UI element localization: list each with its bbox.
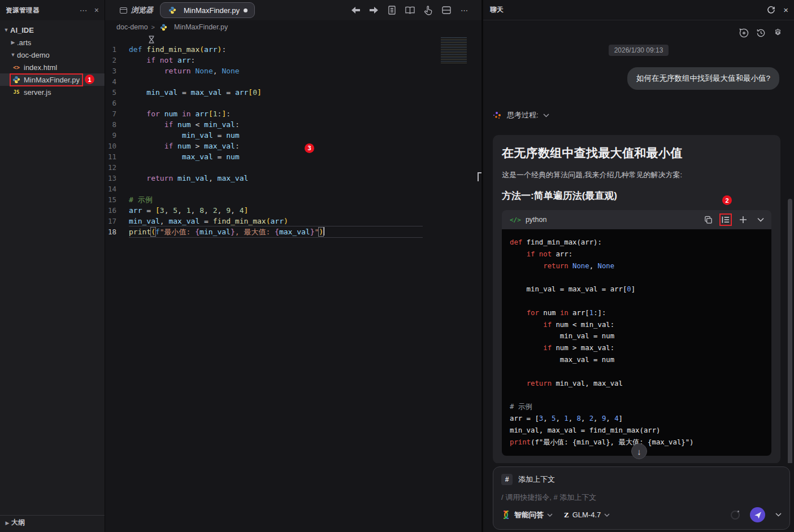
annotation-badge-1: 1 <box>85 75 94 84</box>
loading-spinner <box>731 511 740 520</box>
explorer-more-icon[interactable]: ⋯ <box>80 6 88 14</box>
thinking-label: 思考过程: <box>507 110 539 120</box>
editor-pane: 浏览器 MinMaxFinder.py ⋯ doc-demo > <box>105 0 483 532</box>
chat-code-lines: def find_min_max(arr): if not arr: retur… <box>510 237 763 448</box>
tree-folder-arts-label: .arts <box>17 38 31 47</box>
tree-file-server-js-label: server.js <box>24 88 51 97</box>
send-button[interactable] <box>750 507 765 522</box>
chevron-down-icon: ▼ <box>2 27 10 33</box>
annotation-badge-2: 2 <box>722 195 732 205</box>
chevron-down-icon <box>547 513 553 517</box>
annotation-box-1: MinMaxFinder.py <box>11 75 81 85</box>
send-options-chevron-icon[interactable] <box>775 513 782 517</box>
tree-folder-doc-demo-label: doc-demo <box>17 51 50 59</box>
annotation-badge-3: 3 <box>305 143 314 153</box>
document-outline-icon[interactable] <box>387 6 397 15</box>
minimap[interactable] <box>441 36 467 63</box>
chat-close-icon[interactable]: × <box>783 5 788 15</box>
z-logo-icon: Z <box>564 511 569 520</box>
open-book-icon[interactable] <box>405 6 415 15</box>
editor-code-lines[interactable]: 1def find_min_max(arr):2 if not arr:3 re… <box>105 44 481 237</box>
code-lang-label: python <box>526 216 547 224</box>
explorer-sidebar: 资源管理器 ⋯ × ▼ AI_IDE ▶ .arts ▼ doc-demo <>… <box>0 0 105 532</box>
copy-icon[interactable] <box>703 215 713 225</box>
breadcrumb-separator: > <box>151 24 155 30</box>
add-icon[interactable] <box>738 215 748 225</box>
tree-folder-arts[interactable]: ▶ .arts <box>0 36 105 49</box>
tree-root-ai-ide[interactable]: ▼ AI_IDE <box>0 24 105 36</box>
editor-toolbar: ⋯ <box>351 6 481 15</box>
chat-input-placeholder[interactable]: / 调用快捷指令, # 添加上下文 <box>501 492 782 503</box>
more-actions-icon[interactable]: ⋯ <box>459 6 469 15</box>
outline-label: 大纲 <box>11 518 25 527</box>
chevron-right-icon: ▶ <box>9 40 17 45</box>
gear-icon[interactable] <box>773 28 783 38</box>
pointer-hand-icon[interactable] <box>423 6 433 15</box>
bracket-marker <box>478 172 481 181</box>
add-context-hash-button[interactable]: # <box>501 474 513 485</box>
collapse-chevron-icon[interactable] <box>756 215 766 225</box>
model-label: GLM-4.7 <box>572 511 601 519</box>
tree-root-label: AI_IDE <box>10 26 34 34</box>
chevron-right-icon: ▶ <box>3 520 11 526</box>
model-selector[interactable]: Z GLM-4.7 <box>564 511 610 520</box>
chat-body[interactable]: 2026/1/30 09:13 如何在无序数组中找到最大值和最小值? 思考过程:… <box>483 20 794 463</box>
ai-sparkle-dots-icon <box>492 110 502 120</box>
editor-tabbar: 浏览器 MinMaxFinder.py ⋯ <box>105 0 481 20</box>
python-file-icon <box>158 24 168 31</box>
chat-input-area[interactable]: # 添加上下文 / 调用快捷指令, # 添加上下文 智能问答 Z GLM-4.7 <box>493 466 790 530</box>
tree-file-minmaxfinder-label: MinMaxFinder.py <box>24 76 80 84</box>
tree-file-server-js[interactable]: JS server.js <box>0 86 105 98</box>
response-intro: 这是一个经典的算法问题,我来介绍几种常见的解决方案: <box>502 170 771 180</box>
tree-folder-doc-demo[interactable]: ▼ doc-demo <box>0 49 105 61</box>
tree-file-index-html[interactable]: <> index.html <box>0 61 105 73</box>
code-editor[interactable]: 1def find_min_max(arr):2 if not arr:3 re… <box>105 34 481 532</box>
browser-window-icon <box>120 7 127 14</box>
chevron-down-icon: ▼ <box>9 52 17 58</box>
explorer-title: 资源管理器 <box>6 6 40 15</box>
tab-browser[interactable]: 浏览器 <box>113 2 160 18</box>
chat-code-block: 2 </> python def find_min_max(arr): if n… <box>502 210 771 456</box>
chat-tools <box>492 28 785 38</box>
thinking-process-toggle[interactable]: 思考过程: <box>492 110 785 120</box>
chat-title: 聊天 <box>490 5 504 15</box>
breadcrumb-file[interactable]: MinMaxFinder.py <box>174 23 228 31</box>
chat-panel: 聊天 × 2026/1/30 09:13 如何在无序数组中找到最大值和最小值? … <box>483 0 794 532</box>
scroll-to-bottom-button[interactable]: ↓ <box>631 443 647 459</box>
refresh-icon[interactable] <box>767 6 775 14</box>
outline-section[interactable]: ▶ 大纲 <box>0 515 105 530</box>
insert-code-icon[interactable] <box>721 215 731 225</box>
python-file-icon <box>11 76 21 84</box>
code-lang-icon: </> <box>510 216 521 224</box>
user-message-bubble: 如何在无序数组中找到最大值和最小值? <box>627 67 779 90</box>
add-context-label: 添加上下文 <box>518 474 555 485</box>
nav-forward-icon[interactable] <box>369 6 379 15</box>
tab-browser-label: 浏览器 <box>131 5 153 15</box>
nav-back-icon[interactable] <box>351 6 361 15</box>
tab-minmaxfinder[interactable]: MinMaxFinder.py <box>160 2 255 18</box>
chevron-down-icon <box>604 513 610 517</box>
ai-codelens-hourglass-icon[interactable] <box>148 36 155 43</box>
split-editor-icon[interactable] <box>441 6 451 15</box>
chat-header: 聊天 × <box>483 0 794 20</box>
code-block-body: def find_min_max(arr): if not arr: retur… <box>502 229 771 456</box>
response-title: 在无序数组中查找最大值和最小值 <box>502 145 771 161</box>
file-tree: ▼ AI_IDE ▶ .arts ▼ doc-demo <> index.htm… <box>0 20 105 515</box>
breadcrumb[interactable]: doc-demo > MinMaxFinder.py <box>105 20 481 34</box>
tree-file-index-html-label: index.html <box>24 63 57 72</box>
unsaved-dot-icon[interactable] <box>244 8 248 12</box>
explorer-close-icon[interactable]: × <box>94 6 99 14</box>
code-block-header: </> python <box>502 210 771 229</box>
chat-timestamp: 2026/1/30 09:13 <box>609 45 669 56</box>
chat-scrollbar[interactable] <box>788 199 792 463</box>
assistant-response-card: 在无序数组中查找最大值和最小值 这是一个经典的算法问题,我来介绍几种常见的解决方… <box>493 135 780 463</box>
mode-selector[interactable]: 智能问答 <box>501 510 553 520</box>
breadcrumb-folder[interactable]: doc-demo <box>116 23 148 31</box>
new-chat-icon[interactable] <box>739 28 749 38</box>
helix-logo-icon <box>501 510 511 520</box>
history-icon[interactable] <box>756 28 766 38</box>
explorer-header: 资源管理器 ⋯ × <box>0 0 105 20</box>
tab-minmaxfinder-label: MinMaxFinder.py <box>184 6 240 15</box>
tree-file-minmaxfinder[interactable]: MinMaxFinder.py 1 <box>0 73 105 86</box>
mode-label: 智能问答 <box>514 510 544 520</box>
